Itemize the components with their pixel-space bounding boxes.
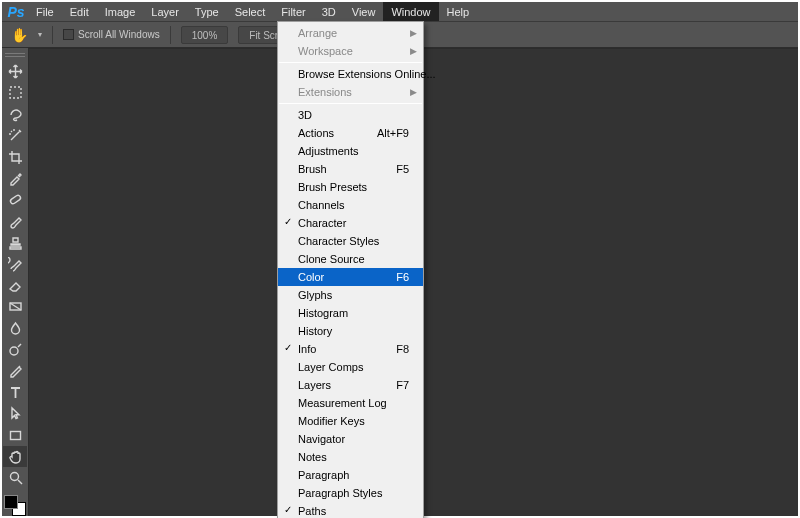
menu-item-3d[interactable]: 3D [278, 106, 423, 124]
menu-view[interactable]: View [344, 2, 384, 21]
menu-file[interactable]: File [28, 2, 62, 21]
type-tool[interactable] [3, 382, 27, 403]
zoom-tool[interactable] [3, 467, 27, 488]
menu-item-label: Modifier Keys [298, 415, 365, 427]
menu-filter[interactable]: Filter [273, 2, 313, 21]
menu-item-shortcut: F5 [396, 163, 409, 175]
submenu-arrow-icon: ▶ [410, 46, 417, 56]
menu-item-clone-source[interactable]: Clone Source [278, 250, 423, 268]
menu-item-label: Browse Extensions Online... [298, 68, 436, 80]
eraser-tool[interactable] [3, 275, 27, 296]
hand-tool[interactable] [3, 446, 27, 467]
check-icon: ✓ [284, 342, 292, 353]
menu-item-measurement-log[interactable]: Measurement Log [278, 394, 423, 412]
check-icon: ✓ [284, 504, 292, 515]
history-brush-tool[interactable] [3, 253, 27, 274]
menu-item-modifier-keys[interactable]: Modifier Keys [278, 412, 423, 430]
zoom-field[interactable]: 100% [181, 26, 229, 44]
menu-type[interactable]: Type [187, 2, 227, 21]
app-logo: Ps [4, 2, 28, 21]
menu-item-glyphs[interactable]: Glyphs [278, 286, 423, 304]
menu-item-paragraph[interactable]: Paragraph [278, 466, 423, 484]
menu-edit[interactable]: Edit [62, 2, 97, 21]
menu-item-label: History [298, 325, 332, 337]
menu-item-arrange: Arrange▶ [278, 24, 423, 42]
menu-item-paths[interactable]: ✓Paths [278, 502, 423, 518]
pen-tool[interactable] [3, 360, 27, 381]
menu-item-label: Extensions [298, 86, 352, 98]
menu-item-label: Actions [298, 127, 334, 139]
menu-window[interactable]: Window [383, 2, 438, 21]
menu-item-label: Layers [298, 379, 331, 391]
color-swatches[interactable] [4, 495, 26, 516]
menu-item-label: Character Styles [298, 235, 379, 247]
menu-item-label: Measurement Log [298, 397, 387, 409]
magic-wand-tool[interactable] [3, 125, 27, 146]
menu-item-color[interactable]: ColorF6 [278, 268, 423, 286]
menu-item-shortcut: F7 [396, 379, 409, 391]
menu-item-label: Channels [298, 199, 344, 211]
menu-help[interactable]: Help [439, 2, 478, 21]
menu-item-histogram[interactable]: Histogram [278, 304, 423, 322]
menu-item-info[interactable]: ✓InfoF8 [278, 340, 423, 358]
healing-brush-tool[interactable] [3, 189, 27, 210]
menu-layer[interactable]: Layer [143, 2, 187, 21]
move-tool[interactable] [3, 61, 27, 82]
lasso-tool[interactable] [3, 104, 27, 125]
menu-item-label: Brush Presets [298, 181, 367, 193]
menu-item-extensions: Extensions▶ [278, 83, 423, 101]
blur-tool[interactable] [3, 318, 27, 339]
crop-tool[interactable] [3, 146, 27, 167]
menu-item-brush[interactable]: BrushF5 [278, 160, 423, 178]
menu-select[interactable]: Select [227, 2, 274, 21]
tools-panel [2, 48, 29, 516]
menu-item-label: Glyphs [298, 289, 332, 301]
dodge-tool[interactable] [3, 339, 27, 360]
menu-item-notes[interactable]: Notes [278, 448, 423, 466]
menu-item-paragraph-styles[interactable]: Paragraph Styles [278, 484, 423, 502]
menu-item-shortcut: F6 [396, 271, 409, 283]
clone-stamp-tool[interactable] [3, 232, 27, 253]
menu-image[interactable]: Image [97, 2, 144, 21]
menu-item-label: Clone Source [298, 253, 365, 265]
divider [52, 26, 53, 44]
menu-item-label: Info [298, 343, 316, 355]
gradient-tool[interactable] [3, 296, 27, 317]
brush-tool[interactable] [3, 211, 27, 232]
window-menu-dropdown[interactable]: Arrange▶Workspace▶Browse Extensions Onli… [277, 21, 424, 518]
menu-item-layer-comps[interactable]: Layer Comps [278, 358, 423, 376]
scroll-all-windows-label: Scroll All Windows [78, 29, 160, 40]
menu-item-adjustments[interactable]: Adjustments [278, 142, 423, 160]
panel-grip[interactable] [5, 52, 25, 59]
menu-3d[interactable]: 3D [314, 2, 344, 21]
menu-item-channels[interactable]: Channels [278, 196, 423, 214]
rectangle-tool[interactable] [3, 424, 27, 445]
menu-item-label: Layer Comps [298, 361, 363, 373]
eyedropper-tool[interactable] [3, 168, 27, 189]
menu-item-layers[interactable]: LayersF7 [278, 376, 423, 394]
menu-item-actions[interactable]: ActionsAlt+F9 [278, 124, 423, 142]
marquee-tool[interactable] [3, 82, 27, 103]
submenu-arrow-icon: ▶ [410, 28, 417, 38]
chevron-down-icon[interactable]: ▾ [38, 30, 42, 39]
menu-item-label: Paths [298, 505, 326, 517]
menu-bar: Ps FileEditImageLayerTypeSelectFilter3DV… [2, 2, 798, 22]
menu-item-label: Arrange [298, 27, 337, 39]
path-select-tool[interactable] [3, 403, 27, 424]
menu-item-brush-presets[interactable]: Brush Presets [278, 178, 423, 196]
menu-item-label: Notes [298, 451, 327, 463]
menu-item-label: Color [298, 271, 324, 283]
divider [170, 26, 171, 44]
menu-item-character[interactable]: ✓Character [278, 214, 423, 232]
menu-item-label: Adjustments [298, 145, 359, 157]
menu-item-shortcut: Alt+F9 [377, 127, 409, 139]
menu-item-shortcut: F8 [396, 343, 409, 355]
menu-item-history[interactable]: History [278, 322, 423, 340]
menu-item-workspace: Workspace▶ [278, 42, 423, 60]
menu-item-navigator[interactable]: Navigator [278, 430, 423, 448]
menu-item-label: Character [298, 217, 346, 229]
menu-item-character-styles[interactable]: Character Styles [278, 232, 423, 250]
menu-item-browse-extensions-online[interactable]: Browse Extensions Online... [278, 65, 423, 83]
menu-item-label: Paragraph [298, 469, 349, 481]
scroll-all-windows-checkbox[interactable]: Scroll All Windows [63, 29, 160, 41]
